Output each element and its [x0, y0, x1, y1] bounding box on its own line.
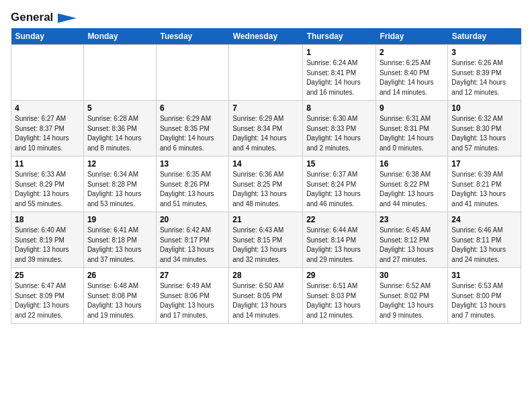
day-info: Sunrise: 6:46 AM Sunset: 8:11 PM Dayligh…	[451, 226, 517, 265]
day-number: 24	[451, 215, 517, 224]
day-number: 30	[380, 271, 444, 280]
day-number: 6	[160, 103, 225, 113]
calendar-cell	[229, 45, 303, 101]
day-info: Sunrise: 6:29 AM Sunset: 8:35 PM Dayligh…	[160, 114, 225, 153]
logo: General	[11, 11, 77, 23]
day-number: 11	[15, 159, 80, 169]
day-info: Sunrise: 6:27 AM Sunset: 8:37 PM Dayligh…	[15, 114, 80, 153]
calendar-cell: 21Sunrise: 6:43 AM Sunset: 8:15 PM Dayli…	[229, 212, 303, 268]
day-number: 5	[87, 103, 152, 113]
day-info: Sunrise: 6:53 AM Sunset: 8:00 PM Dayligh…	[451, 281, 517, 320]
calendar-cell: 14Sunrise: 6:36 AM Sunset: 8:25 PM Dayli…	[229, 156, 303, 212]
day-info: Sunrise: 6:52 AM Sunset: 8:02 PM Dayligh…	[380, 281, 444, 320]
day-number: 12	[87, 159, 152, 169]
calendar-cell: 7Sunrise: 6:29 AM Sunset: 8:34 PM Daylig…	[229, 101, 303, 156]
calendar-cell: 2Sunrise: 6:25 AM Sunset: 8:40 PM Daylig…	[375, 45, 447, 101]
weekday-header-tuesday: Tuesday	[156, 28, 228, 45]
calendar-cell: 17Sunrise: 6:39 AM Sunset: 8:21 PM Dayli…	[448, 156, 521, 212]
day-info: Sunrise: 6:28 AM Sunset: 8:36 PM Dayligh…	[87, 114, 152, 153]
day-info: Sunrise: 6:38 AM Sunset: 8:22 PM Dayligh…	[380, 170, 444, 209]
day-number: 20	[160, 215, 225, 224]
day-number: 3	[451, 48, 517, 57]
day-number: 14	[232, 159, 299, 169]
calendar-cell	[83, 45, 156, 101]
calendar-cell: 6Sunrise: 6:29 AM Sunset: 8:35 PM Daylig…	[156, 101, 228, 156]
day-number: 22	[306, 215, 372, 224]
logo-general: General	[11, 11, 77, 24]
day-number: 7	[232, 103, 299, 113]
day-number: 27	[160, 271, 225, 280]
day-number: 13	[160, 159, 225, 169]
day-info: Sunrise: 6:31 AM Sunset: 8:31 PM Dayligh…	[380, 114, 444, 153]
weekday-header-friday: Friday	[375, 28, 447, 45]
calendar-cell: 22Sunrise: 6:44 AM Sunset: 8:14 PM Dayli…	[303, 212, 376, 268]
calendar-cell: 9Sunrise: 6:31 AM Sunset: 8:31 PM Daylig…	[375, 101, 447, 156]
day-info: Sunrise: 6:35 AM Sunset: 8:26 PM Dayligh…	[160, 170, 225, 209]
day-number: 8	[306, 103, 372, 113]
day-number: 19	[87, 215, 152, 224]
day-info: Sunrise: 6:44 AM Sunset: 8:14 PM Dayligh…	[306, 226, 372, 265]
day-number: 28	[232, 271, 299, 280]
day-info: Sunrise: 6:33 AM Sunset: 8:29 PM Dayligh…	[15, 170, 80, 209]
day-info: Sunrise: 6:47 AM Sunset: 8:09 PM Dayligh…	[15, 281, 80, 320]
calendar-cell: 16Sunrise: 6:38 AM Sunset: 8:22 PM Dayli…	[375, 156, 447, 212]
calendar-cell: 13Sunrise: 6:35 AM Sunset: 8:26 PM Dayli…	[156, 156, 228, 212]
day-number: 4	[15, 103, 80, 113]
day-info: Sunrise: 6:37 AM Sunset: 8:24 PM Dayligh…	[306, 170, 372, 209]
day-info: Sunrise: 6:50 AM Sunset: 8:05 PM Dayligh…	[232, 281, 299, 320]
day-number: 23	[380, 215, 444, 224]
day-number: 31	[451, 271, 517, 280]
day-info: Sunrise: 6:42 AM Sunset: 8:17 PM Dayligh…	[160, 226, 225, 265]
weekday-header-saturday: Saturday	[448, 28, 521, 45]
day-info: Sunrise: 6:49 AM Sunset: 8:06 PM Dayligh…	[160, 281, 225, 320]
calendar-cell: 26Sunrise: 6:48 AM Sunset: 8:08 PM Dayli…	[83, 268, 156, 324]
day-number: 17	[451, 159, 517, 169]
day-number: 15	[306, 159, 372, 169]
calendar-cell: 8Sunrise: 6:30 AM Sunset: 8:33 PM Daylig…	[303, 101, 376, 156]
calendar-cell: 18Sunrise: 6:40 AM Sunset: 8:19 PM Dayli…	[11, 212, 84, 268]
day-number: 1	[306, 48, 372, 57]
svg-marker-0	[58, 13, 77, 23]
day-info: Sunrise: 6:29 AM Sunset: 8:34 PM Dayligh…	[232, 114, 299, 153]
weekday-header-wednesday: Wednesday	[229, 28, 303, 45]
day-number: 16	[380, 159, 444, 169]
day-number: 9	[380, 103, 444, 113]
day-number: 10	[451, 103, 517, 113]
day-info: Sunrise: 6:24 AM Sunset: 8:41 PM Dayligh…	[306, 58, 372, 97]
day-info: Sunrise: 6:51 AM Sunset: 8:03 PM Dayligh…	[306, 281, 372, 320]
calendar-cell: 11Sunrise: 6:33 AM Sunset: 8:29 PM Dayli…	[11, 156, 84, 212]
calendar-cell: 20Sunrise: 6:42 AM Sunset: 8:17 PM Dayli…	[156, 212, 228, 268]
calendar-cell: 5Sunrise: 6:28 AM Sunset: 8:36 PM Daylig…	[83, 101, 156, 156]
day-info: Sunrise: 6:41 AM Sunset: 8:18 PM Dayligh…	[87, 226, 152, 265]
calendar-cell: 25Sunrise: 6:47 AM Sunset: 8:09 PM Dayli…	[11, 268, 84, 324]
day-info: Sunrise: 6:43 AM Sunset: 8:15 PM Dayligh…	[232, 226, 299, 265]
day-info: Sunrise: 6:25 AM Sunset: 8:40 PM Dayligh…	[380, 58, 444, 97]
calendar-cell: 28Sunrise: 6:50 AM Sunset: 8:05 PM Dayli…	[229, 268, 303, 324]
day-info: Sunrise: 6:39 AM Sunset: 8:21 PM Dayligh…	[451, 170, 517, 209]
day-number: 29	[306, 271, 372, 280]
day-number: 26	[87, 271, 152, 280]
calendar-cell: 23Sunrise: 6:45 AM Sunset: 8:12 PM Dayli…	[375, 212, 447, 268]
day-info: Sunrise: 6:34 AM Sunset: 8:28 PM Dayligh…	[87, 170, 152, 209]
calendar-cell	[11, 45, 84, 101]
day-number: 2	[380, 48, 444, 57]
calendar-cell: 31Sunrise: 6:53 AM Sunset: 8:00 PM Dayli…	[448, 268, 521, 324]
calendar-cell: 19Sunrise: 6:41 AM Sunset: 8:18 PM Dayli…	[83, 212, 156, 268]
calendar-cell	[156, 45, 228, 101]
day-number: 25	[15, 271, 80, 280]
day-info: Sunrise: 6:32 AM Sunset: 8:30 PM Dayligh…	[451, 114, 517, 153]
calendar-cell: 30Sunrise: 6:52 AM Sunset: 8:02 PM Dayli…	[375, 268, 447, 324]
calendar-cell: 1Sunrise: 6:24 AM Sunset: 8:41 PM Daylig…	[303, 45, 376, 101]
calendar-cell: 29Sunrise: 6:51 AM Sunset: 8:03 PM Dayli…	[303, 268, 376, 324]
calendar-cell: 10Sunrise: 6:32 AM Sunset: 8:30 PM Dayli…	[448, 101, 521, 156]
calendar-cell: 3Sunrise: 6:26 AM Sunset: 8:39 PM Daylig…	[448, 45, 521, 101]
day-number: 21	[232, 215, 299, 224]
calendar-cell: 12Sunrise: 6:34 AM Sunset: 8:28 PM Dayli…	[83, 156, 156, 212]
calendar-cell: 4Sunrise: 6:27 AM Sunset: 8:37 PM Daylig…	[11, 101, 84, 156]
day-info: Sunrise: 6:40 AM Sunset: 8:19 PM Dayligh…	[15, 226, 80, 265]
day-info: Sunrise: 6:26 AM Sunset: 8:39 PM Dayligh…	[451, 58, 517, 97]
weekday-header-thursday: Thursday	[303, 28, 376, 45]
weekday-header-monday: Monday	[83, 28, 156, 45]
calendar-cell: 24Sunrise: 6:46 AM Sunset: 8:11 PM Dayli…	[448, 212, 521, 268]
calendar-cell: 27Sunrise: 6:49 AM Sunset: 8:06 PM Dayli…	[156, 268, 228, 324]
